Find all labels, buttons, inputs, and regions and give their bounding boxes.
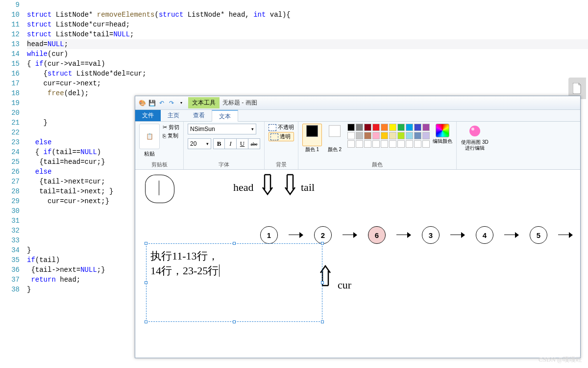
list-node: 3 [422,226,440,244]
paste-button[interactable]: 📋 [139,124,160,149]
transparent-icon [270,133,278,140]
group-background: 不透明 透明 背景 [265,122,298,169]
palette-color[interactable] [414,124,421,131]
arrow-icon [289,233,303,237]
save-icon[interactable]: 💾 [148,99,156,107]
palette-color[interactable] [422,140,430,148]
paint-window: 🎨 💾 ↶ ↷ ▾ 文本工具 无标题 - 画图 文件 主页 查看 文本 📋 粘贴… [135,96,581,358]
redo-icon[interactable]: ↷ [168,99,175,107]
palette-color[interactable] [414,132,421,139]
color-palette [347,124,430,148]
group-font: NSimSun▾ 20▾ B I U abc 字体 [184,122,265,169]
palette-color[interactable] [347,124,355,131]
palette-color[interactable] [381,140,388,148]
ribbon-tabs: 文件 主页 查看 文本 [135,110,580,122]
arrow-head [262,173,273,197]
label-head: head [233,181,254,194]
font-size-select[interactable]: 20▾ [188,138,211,149]
palette-color[interactable] [347,132,355,139]
chevron-down-icon: ▾ [206,141,209,146]
palette-color[interactable] [397,124,405,131]
paint-titlebar: 🎨 💾 ↶ ↷ ▾ 文本工具 无标题 - 画图 [135,96,580,110]
line-gutter: 9101112131415161718192021222324252627282… [0,0,27,294]
palette-color[interactable] [381,132,388,139]
palette-color[interactable] [364,132,371,139]
palette-color[interactable] [397,140,405,148]
copy-button[interactable]: ⎘复制 [163,132,179,139]
svg-point-1 [471,128,474,131]
group-colors: 颜色 1 颜色 2 编辑颜色 颜色 [298,122,457,169]
paint-canvas[interactable]: head tail cur 1263456 执行11-13行， 14行，23-2… [135,170,580,358]
opaque-button[interactable]: 不透明 [269,124,294,131]
palette-color[interactable] [364,124,371,131]
palette-color[interactable] [356,132,363,139]
edit-colors-button[interactable]: 编辑颜色 [433,124,452,144]
palette-color[interactable] [381,124,388,131]
list-node: 4 [476,226,493,244]
palette-color[interactable] [372,124,380,131]
textbox-line2: 14行，23-25行 [150,264,219,277]
bold-button[interactable]: B [213,138,225,149]
tab-view[interactable]: 查看 [186,110,212,121]
ribbon: 📋 粘贴 ✂剪切 ⎘复制 剪贴板 NSimSun▾ 20▾ B [135,122,580,170]
linked-list-nodes: 1263456 [260,226,580,244]
text-caret [219,264,222,277]
palette-color[interactable] [422,124,430,131]
palette-color[interactable] [372,140,380,148]
arrow-icon [396,233,411,237]
quick-access: 🎨 💾 ↶ ↷ ▾ [138,99,185,107]
group-paint3d: 使用画图 3D 进行编辑 [457,122,493,169]
palette-color[interactable] [422,132,430,139]
paint3d-icon [467,124,482,138]
palette-color[interactable] [414,140,421,148]
palette-color[interactable] [389,140,396,148]
palette-color[interactable] [406,132,413,139]
undo-icon[interactable]: ↶ [158,99,166,107]
palette-color[interactable] [397,132,405,139]
scissors-icon: ✂ [163,124,167,131]
color1-button[interactable] [302,124,322,146]
transparent-button[interactable]: 透明 [269,132,294,141]
tab-file[interactable]: 文件 [135,110,161,121]
paint3d-button[interactable]: 使用画图 3D 进行编辑 [461,124,489,151]
label-cur: cur [338,279,351,291]
list-node: 2 [314,226,332,244]
font-family-select[interactable]: NSimSun▾ [188,124,256,134]
list-node: 5 [530,226,547,244]
palette-color[interactable] [389,132,396,139]
chevron-down-icon: ▾ [251,127,254,131]
rainbow-icon [436,124,449,137]
text-edit-box[interactable]: 执行11-13行， 14行，23-25行 [146,243,322,322]
opaque-icon [269,124,276,131]
italic-button[interactable]: I [225,138,237,149]
qa-dropdown-icon[interactable]: ▾ [177,99,185,107]
drawn-shape [145,175,174,203]
arrow-icon [558,233,573,237]
list-node: 1 [260,226,278,244]
underline-button[interactable]: U [237,138,248,149]
copy-icon: ⎘ [163,133,166,139]
arrow-icon [504,233,519,237]
palette-color[interactable] [372,132,380,139]
palette-color[interactable] [356,140,363,148]
arrow-icon [343,233,357,237]
palette-color[interactable] [356,124,363,131]
cut-button[interactable]: ✂剪切 [163,124,179,131]
palette-color[interactable] [406,140,413,148]
arrow-tail [284,173,296,197]
window-title: 无标题 - 画图 [222,99,257,107]
palette-color[interactable] [389,124,396,131]
color2-button[interactable] [325,124,344,146]
drawn-line [159,181,159,195]
textbox-line1: 执行11-13行， [150,249,318,263]
paste-label: 粘贴 [144,150,155,158]
strike-button[interactable]: abc [248,138,260,149]
text-tool-tab: 文本工具 [188,97,220,108]
tab-text[interactable]: 文本 [212,110,238,122]
palette-color[interactable] [364,140,371,148]
palette-color[interactable] [406,124,413,131]
tab-home[interactable]: 主页 [161,110,186,121]
list-node: 6 [368,226,386,244]
palette-color[interactable] [347,140,355,148]
group-clipboard: 📋 粘贴 ✂剪切 ⎘复制 剪贴板 [135,122,184,169]
